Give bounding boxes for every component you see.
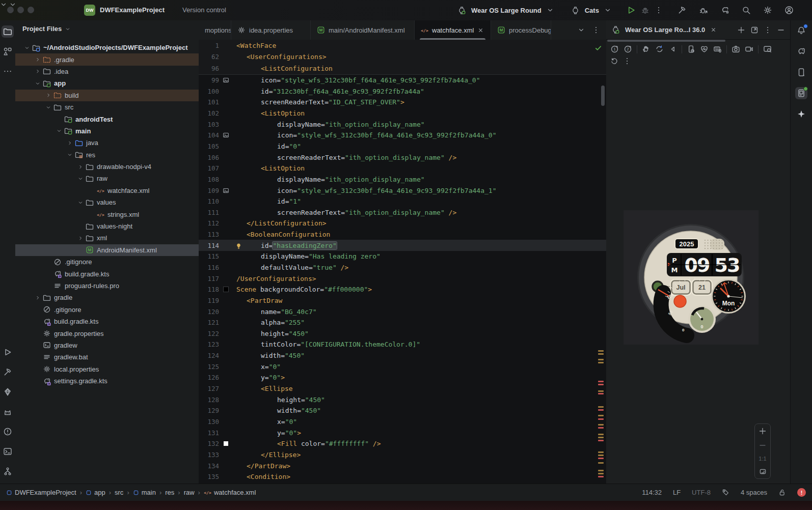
code-line-128[interactable]: 128height="450" [199, 394, 606, 405]
code-line-118[interactable]: 118Scene backgroundColor="#ff000000"> [199, 284, 606, 295]
panel-options-kebab-icon[interactable] [764, 26, 772, 34]
tree-item-strings.xml[interactable]: </>strings.xml [15, 208, 199, 220]
zoom-in-button[interactable] [759, 427, 767, 435]
editor-tab-watchface.xml[interactable]: </>watchface.xml [415, 20, 491, 40]
tree-item-gradle.properties[interactable]: gradle.properties [15, 327, 199, 339]
gradle-sync-icon[interactable] [720, 6, 729, 15]
code-line-101[interactable]: 101screenReaderText="ID_CAT_STEP_OVER"> [199, 97, 606, 108]
tool-stripe-resource-manager[interactable] [2, 45, 14, 58]
attach-debugger-icon[interactable] [699, 6, 708, 15]
inspection-ok-check-icon[interactable] [594, 44, 602, 52]
breadcrumb-app[interactable]: app [86, 489, 105, 496]
tree-chevron-icon[interactable] [76, 235, 85, 241]
tree-item-gradlew.bat[interactable]: gradlew.bat [15, 351, 199, 363]
emulator-device-settings-icon[interactable] [687, 45, 695, 53]
more-actions-kebab-icon[interactable] [655, 6, 663, 14]
tree-item-build.gradle.kts[interactable]: Kbuild.gradle.kts [15, 316, 199, 327]
emulator-back-icon[interactable] [668, 45, 677, 53]
close-tab-icon[interactable] [477, 27, 484, 34]
error-stripe-marker[interactable] [598, 390, 604, 392]
tree-item-res[interactable]: res [15, 149, 199, 161]
image-preview-icon[interactable] [223, 187, 229, 194]
error-stripe-marker[interactable] [598, 393, 604, 394]
code-line-105[interactable]: 105id="0" [199, 141, 606, 152]
breadcrumb-watchface.xml[interactable]: </>watchface.xml [204, 489, 256, 496]
error-stripe-marker[interactable] [598, 350, 604, 352]
editor-tab-processDebug[interactable]: MprocessDebug [491, 20, 551, 40]
tree-chevron-icon[interactable] [76, 176, 85, 182]
indent-widget[interactable]: 4 spaces [741, 489, 767, 496]
error-stripe-marker[interactable] [598, 353, 604, 355]
tree-item-values[interactable]: values [15, 196, 199, 208]
breadcrumb-src[interactable]: src [115, 489, 123, 496]
emulator-tilt-icon[interactable] [655, 45, 664, 53]
code-line-111[interactable]: 111screenReaderText="ith_option_display_… [199, 207, 606, 218]
error-stripe-marker[interactable] [598, 381, 604, 382]
editor-tab-moptions[interactable]: moptions [199, 20, 231, 40]
hidden-tabs-chevron-icon[interactable] [578, 26, 585, 34]
code-line-127[interactable]: 127<Ellipse [199, 383, 606, 394]
error-stripe-marker[interactable] [598, 451, 604, 453]
tree-chevron-icon[interactable] [65, 152, 74, 158]
tree-item-values-night[interactable]: values-night [15, 220, 199, 232]
error-stripe-marker[interactable] [598, 427, 604, 429]
tag-icon[interactable] [722, 489, 729, 496]
emulator-kebab-icon[interactable] [623, 57, 631, 65]
error-stripe-marker[interactable] [598, 415, 604, 416]
tree-chevron-icon[interactable] [76, 200, 85, 206]
tool-stripe-problems-alert[interactable] [2, 426, 14, 438]
breadcrumb-main[interactable]: main [133, 489, 156, 496]
tree-item-androidTest[interactable]: androidTest [15, 113, 199, 125]
tree-item-drawable-nodpi-v4[interactable]: drawable-nodpi-v4 [15, 161, 199, 173]
minimize-icon[interactable] [777, 26, 785, 34]
code-line-110[interactable]: 110id="1" [199, 196, 606, 207]
tree-item-gradlew[interactable]: gradlew [15, 339, 199, 351]
error-stripe-marker[interactable] [598, 462, 604, 464]
code-line-117[interactable]: 117/UserConfigurations> [199, 273, 606, 284]
code-line-114[interactable]: 114id="hasLeadingZero" [199, 240, 606, 251]
tool-stripe-vcs-git[interactable] [2, 465, 14, 477]
tree-item-.gitignore[interactable]: .gitignore [15, 256, 199, 268]
code-line-125[interactable]: 125x="0" [199, 361, 606, 372]
emulator-screen-record-icon[interactable] [745, 45, 753, 53]
error-stripe-marker[interactable] [598, 359, 604, 360]
code-line-123[interactable]: 123tintColor="[CONFIGURATION.themeColor.… [199, 339, 606, 350]
chevron-down-icon[interactable] [604, 7, 611, 14]
emulator-button-1-icon[interactable]: 1 [610, 45, 619, 53]
code-line-120[interactable]: 120name="BG_40c7" [199, 306, 606, 317]
emulator-heart-rate-icon[interactable] [700, 45, 709, 53]
tree-chevron-icon[interactable] [33, 80, 42, 87]
code-line-107[interactable]: 107<ListOption [199, 163, 606, 174]
debug-button[interactable] [641, 6, 649, 15]
settings-gear-icon[interactable] [763, 6, 772, 15]
code-line-122[interactable]: 122height="450" [199, 328, 606, 339]
code-line-106[interactable]: 106screenReaderText="ith_option_display_… [199, 152, 606, 163]
error-stripe-marker[interactable] [598, 424, 604, 426]
sticky-line[interactable]: 1<WatchFace [199, 40, 606, 51]
error-stripe-marker[interactable] [598, 470, 604, 471]
emulator-display[interactable]: 2025 P M 09 53 [624, 210, 759, 345]
error-indicator-badge[interactable]: ! [797, 488, 806, 497]
device-tab-title[interactable]: Wear OS Large Ro...l 36.0 [625, 26, 705, 34]
emulator-screen-zoom-icon[interactable] [763, 45, 772, 53]
code-line-100[interactable]: 100id="312c30bf_f64a_461e_9c93_992f2fb7a… [199, 86, 606, 97]
code-line-115[interactable]: 115displayName="Has leading zero" [199, 251, 606, 262]
emulator-button-2-icon[interactable]: 2 [624, 45, 632, 53]
tree-chevron-icon[interactable] [33, 295, 42, 301]
tree-item-AndroidManifest.xml[interactable]: MAndroidManifest.xml [15, 244, 199, 256]
tree-chevron-icon[interactable] [44, 104, 52, 110]
error-stripe-marker[interactable] [598, 409, 604, 411]
code-line-124[interactable]: 124width="450" [199, 350, 606, 361]
tree-item-main[interactable]: main [15, 125, 199, 137]
tool-stripe-project-folder[interactable] [2, 25, 14, 38]
tool-stripe-run-play[interactable] [2, 346, 14, 358]
code-line-131[interactable]: 131y="0"> [199, 427, 606, 438]
emulator-screenshot-icon[interactable] [732, 45, 740, 53]
breadcrumb-raw[interactable]: raw [184, 489, 195, 496]
tree-item-.gitignore[interactable]: .gitignore [15, 304, 199, 316]
code-line-126[interactable]: 126y="0"> [199, 372, 606, 383]
caret-position-widget[interactable]: 114:32 [642, 489, 662, 496]
error-stripe-marker[interactable] [598, 476, 604, 477]
error-stripe-marker[interactable] [598, 455, 604, 456]
tree-chevron-icon[interactable] [65, 140, 74, 146]
